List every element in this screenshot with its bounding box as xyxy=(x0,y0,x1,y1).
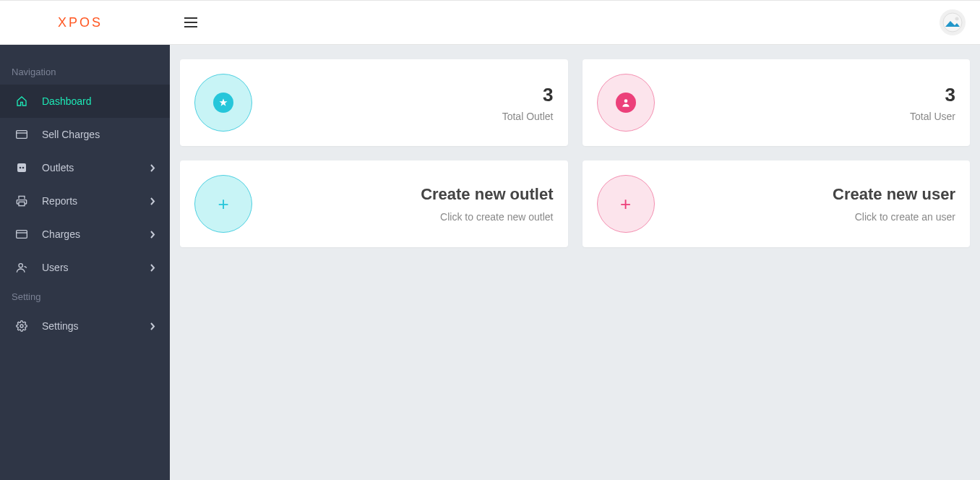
nav-label: Dashboard xyxy=(42,95,92,107)
stat-icon-circle xyxy=(194,74,252,132)
stat-icon-circle xyxy=(597,74,655,132)
svg-rect-7 xyxy=(17,231,27,239)
svg-rect-6 xyxy=(19,202,25,205)
svg-point-9 xyxy=(20,325,23,327)
stat-value: 3 xyxy=(910,84,955,106)
main-content: 3 Total Outlet 3 Total User + xyxy=(170,45,980,480)
nav-label: Charges xyxy=(42,228,80,240)
nav-label: Sell Charges xyxy=(42,129,100,140)
chevron-right-icon xyxy=(150,164,155,172)
stat-card-user: 3 Total User xyxy=(583,59,971,146)
stat-card-outlet: 3 Total Outlet xyxy=(180,59,568,146)
card-icon xyxy=(14,227,29,241)
nav-label: Settings xyxy=(42,320,79,332)
hamburger-icon xyxy=(184,17,197,27)
plus-icon: + xyxy=(218,193,228,215)
nav-label: Reports xyxy=(42,195,77,207)
svg-point-5 xyxy=(22,167,25,169)
user-avatar[interactable] xyxy=(940,9,966,35)
stat-label: Total Outlet xyxy=(502,111,554,122)
nav-item-charges[interactable]: Charges xyxy=(0,218,170,251)
nav-label: Outlets xyxy=(42,162,74,173)
svg-point-0 xyxy=(943,13,962,32)
card-icon xyxy=(14,127,29,142)
picture-icon xyxy=(942,12,963,33)
chevron-right-icon xyxy=(150,231,155,239)
action-subtitle: Click to create new outlet xyxy=(421,211,553,223)
stat-label: Total User xyxy=(910,111,955,122)
brand-logo: XPOS xyxy=(58,15,103,30)
nav-item-users[interactable]: Users xyxy=(0,251,170,284)
action-title: Create new user xyxy=(833,185,955,204)
star-icon xyxy=(213,93,233,113)
logo-area: XPOS xyxy=(0,1,170,44)
gear-icon xyxy=(14,319,29,333)
action-icon-circle: + xyxy=(597,175,655,233)
printer-icon xyxy=(14,194,29,208)
chevron-right-icon xyxy=(150,197,155,205)
nav-item-settings[interactable]: Settings xyxy=(0,309,170,343)
action-card-new-outlet[interactable]: + Create new outlet Click to create new … xyxy=(180,160,568,247)
svg-point-10 xyxy=(624,99,627,103)
svg-point-8 xyxy=(19,264,22,267)
action-card-new-user[interactable]: + Create new user Click to create an use… xyxy=(583,160,971,247)
stat-value: 3 xyxy=(502,84,554,106)
sidebar: Navigation Dashboard Sell Charges Outlet… xyxy=(0,45,170,480)
nav-item-outlets[interactable]: Outlets xyxy=(0,151,170,184)
person-icon xyxy=(616,93,636,113)
chevron-right-icon xyxy=(150,264,155,272)
nav-item-dashboard[interactable]: Dashboard xyxy=(0,85,170,118)
nav-section-navigation: Navigation xyxy=(0,59,170,85)
plug-icon xyxy=(14,160,29,175)
svg-point-4 xyxy=(20,167,22,169)
chevron-right-icon xyxy=(150,322,155,330)
user-icon xyxy=(14,260,29,275)
plus-icon: + xyxy=(620,193,631,215)
nav-item-sell-charges[interactable]: Sell Charges xyxy=(0,118,170,151)
svg-rect-2 xyxy=(17,131,27,139)
home-icon xyxy=(14,94,29,108)
menu-toggle-button[interactable] xyxy=(184,17,197,27)
nav-section-setting: Setting xyxy=(0,284,170,309)
nav-label: Users xyxy=(42,262,69,273)
nav-item-reports[interactable]: Reports xyxy=(0,184,170,218)
svg-point-1 xyxy=(955,17,959,21)
action-subtitle: Click to create an user xyxy=(833,211,955,223)
svg-rect-3 xyxy=(17,163,26,172)
action-title: Create new outlet xyxy=(421,185,553,204)
topbar: XPOS xyxy=(0,0,980,45)
action-icon-circle: + xyxy=(194,175,252,233)
